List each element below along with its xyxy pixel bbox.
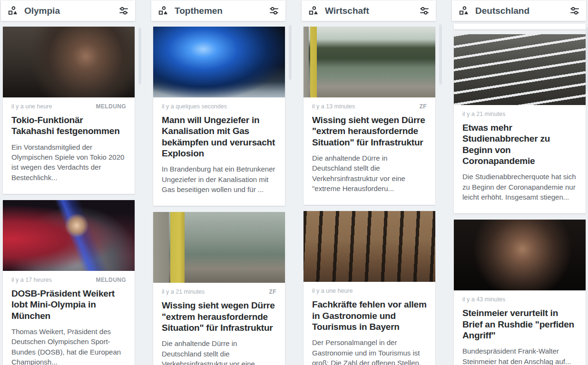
filter-sliders-icon[interactable] bbox=[569, 6, 580, 16]
news-card[interactable]: il y a une heure Fachkräfte fehlen vor a… bbox=[304, 211, 435, 365]
column-olympia: Olympia il y a une heure MELDUNG Tokio-F… bbox=[1, 0, 135, 365]
shapes-icon bbox=[308, 6, 319, 16]
column-header: Olympia bbox=[1, 0, 135, 21]
news-card[interactable]: il y a 17 heures MELDUNG DOSB-Präsident … bbox=[3, 200, 135, 365]
article-image bbox=[304, 27, 435, 97]
timestamp: il y a 21 minutes bbox=[162, 288, 205, 295]
article-headline: Etwas mehr Studienabbrecher zu Beginn vo… bbox=[462, 122, 577, 166]
article-image bbox=[304, 211, 435, 282]
timestamp: il y a 43 minutes bbox=[462, 296, 505, 303]
card-body: il y a une heure MELDUNG Tokio-Funktionä… bbox=[3, 97, 135, 194]
article-excerpt: Die anhaltende Dürre in Deutschland stel… bbox=[162, 338, 276, 365]
article-image bbox=[153, 212, 285, 283]
news-card[interactable]: il y a 43 minutes Steinmeier verurteilt … bbox=[454, 220, 586, 365]
column-topthemen: Topthemen il y a quelques secondes Mann … bbox=[151, 0, 285, 365]
timestamp: il y a 13 minutes bbox=[312, 103, 355, 110]
category-badge: ZF bbox=[420, 103, 427, 110]
column-scrollbar[interactable] bbox=[138, 28, 141, 85]
timestamp: il y a 21 minutes bbox=[462, 111, 505, 117]
article-excerpt: In Brandenburg hat ein Betrunkener Ungez… bbox=[162, 164, 276, 194]
article-excerpt: Die anhaltende Dürre in Deutschland stel… bbox=[312, 153, 427, 193]
column-header: Wirtschaft bbox=[302, 0, 436, 21]
column-title: Topthemen bbox=[175, 6, 269, 16]
card-body: il y a quelques secondes Mann will Ungez… bbox=[153, 97, 285, 206]
article-image bbox=[454, 34, 586, 105]
timestamp: il y a quelques secondes bbox=[162, 103, 227, 110]
article-image bbox=[3, 200, 135, 271]
article-headline: Wissing sieht wegen Dürre "extrem heraus… bbox=[162, 300, 276, 333]
timestamp: il y a 17 heures bbox=[11, 277, 52, 283]
article-headline: Wissing sieht wegen Dürre "extrem heraus… bbox=[312, 115, 427, 148]
article-headline: Mann will Ungeziefer in Kanalisation mit… bbox=[162, 115, 276, 159]
column-wirtschaft: Wirtschaft il y a 13 minutes ZF Wissing … bbox=[302, 0, 436, 365]
partially-scrolled-card[interactable] bbox=[454, 24, 586, 29]
article-image bbox=[3, 27, 135, 97]
column-title: Olympia bbox=[24, 6, 118, 16]
shapes-icon bbox=[8, 6, 18, 16]
news-card[interactable]: il y a quelques secondes Mann will Ungez… bbox=[153, 27, 285, 206]
article-excerpt: Der Personalmangel in der Gastronomie un… bbox=[312, 337, 427, 365]
article-excerpt: Bundespräsident Frank-Walter Steinmeier … bbox=[462, 346, 577, 365]
article-image bbox=[454, 220, 586, 290]
column-title: Deutschland bbox=[475, 6, 569, 16]
category-badge: ZF bbox=[269, 288, 276, 295]
article-headline: Tokio-Funktionär Takahashi festgenommen bbox=[11, 115, 126, 137]
column-header: Topthemen bbox=[151, 0, 285, 21]
column-scrollbar[interactable] bbox=[586, 28, 588, 91]
news-card[interactable]: il y a une heure MELDUNG Tokio-Funktionä… bbox=[3, 27, 135, 194]
article-excerpt: Ein Vorstandsmitglied der Olympischen Sp… bbox=[11, 142, 126, 182]
news-board: Olympia il y a une heure MELDUNG Tokio-F… bbox=[0, 0, 588, 365]
article-headline: Fachkräfte fehlen vor allem in Gastronom… bbox=[312, 299, 427, 332]
column-scrollbar[interactable] bbox=[439, 24, 442, 85]
article-headline: Steinmeier verurteilt in Brief an Rushdi… bbox=[462, 307, 577, 341]
card-body: il y a 43 minutes Steinmeier verurteilt … bbox=[454, 290, 586, 365]
column-deutschland: Deutschland il y a 21 minutes Etwas mehr… bbox=[452, 0, 586, 365]
shapes-icon bbox=[459, 6, 469, 16]
article-image bbox=[153, 27, 285, 97]
category-badge: MELDUNG bbox=[96, 277, 126, 283]
filter-sliders-icon[interactable] bbox=[118, 6, 129, 16]
news-card[interactable]: il y a 21 minutes Etwas mehr Studienabbr… bbox=[454, 34, 586, 213]
news-card[interactable]: il y a 21 minutes ZF Wissing sieht wegen… bbox=[153, 212, 285, 365]
column-header: Deutschland bbox=[452, 0, 586, 21]
article-headline: DOSB-Präsident Weikert lobt Mini-Olympia… bbox=[11, 288, 126, 321]
article-excerpt: Die Studienabbrecherquote hat sich zu Be… bbox=[462, 172, 577, 202]
column-scrollbar[interactable] bbox=[289, 25, 292, 80]
card-body: il y a 13 minutes ZF Wissing sieht wegen… bbox=[304, 97, 435, 205]
news-card[interactable]: il y a 13 minutes ZF Wissing sieht wegen… bbox=[304, 27, 435, 205]
card-body: il y a 21 minutes ZF Wissing sieht wegen… bbox=[153, 283, 285, 365]
timestamp: il y a une heure bbox=[11, 103, 52, 110]
shapes-icon bbox=[158, 6, 168, 16]
timestamp: il y a une heure bbox=[312, 288, 353, 294]
filter-sliders-icon[interactable] bbox=[269, 6, 279, 16]
column-title: Wirtschaft bbox=[325, 6, 419, 16]
article-excerpt: Thomas Weikert, Präsident des Deutschen … bbox=[11, 327, 126, 365]
card-body: il y a une heure Fachkräfte fehlen vor a… bbox=[304, 282, 435, 365]
filter-sliders-icon[interactable] bbox=[419, 6, 430, 16]
card-body: il y a 21 minutes Etwas mehr Studienabbr… bbox=[454, 105, 586, 213]
category-badge: MELDUNG bbox=[96, 103, 126, 110]
card-body: il y a 17 heures MELDUNG DOSB-Präsident … bbox=[3, 271, 135, 365]
